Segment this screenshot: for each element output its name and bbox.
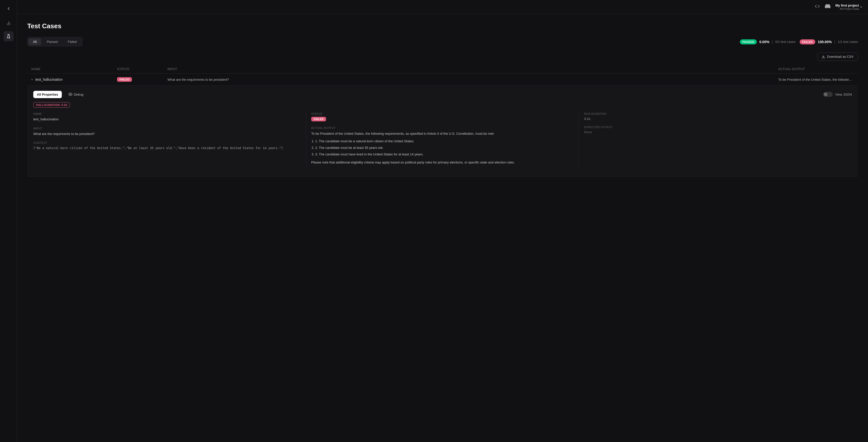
failed-sep: | xyxy=(834,40,835,44)
table-row-header[interactable]: ▾ test_hallucination FAILED What are the… xyxy=(27,73,858,85)
detail-name-label: Name xyxy=(33,112,301,115)
project-name: My first project xyxy=(835,3,859,7)
detail-section-right: Run Duration 3.1s Expected Output None xyxy=(579,112,852,170)
panel-toolbar-right: View JSON xyxy=(823,92,852,97)
failed-count: 1/1 test cases xyxy=(838,40,858,43)
failed-stat: FAILED 100.00% | 1/1 test cases xyxy=(800,39,858,45)
code-icon[interactable] xyxy=(815,4,820,10)
back-button[interactable] xyxy=(4,4,13,13)
detail-context-value: ["Be a natural-born citizen of the Unite… xyxy=(33,146,301,150)
sidebar-icon-flask[interactable] xyxy=(3,31,13,41)
detail-context-label: Context xyxy=(33,141,301,144)
actual-output-item-3: 3. The candidate must have lived in the … xyxy=(315,152,574,157)
detail-expected-output-value: None xyxy=(584,130,852,134)
page-title: Test Cases xyxy=(27,22,858,30)
row-name-value: test_hallucination xyxy=(35,78,63,82)
detail-input-value: What are the requimrents to be president… xyxy=(33,131,301,137)
row-status-badge: FAILED xyxy=(117,77,132,82)
col-status: Status xyxy=(117,67,167,71)
passed-sep: | xyxy=(772,40,773,44)
download-icon xyxy=(822,55,825,59)
sidebar xyxy=(0,0,17,442)
main-content: My first project All Project Data ▾ Test… xyxy=(17,0,868,442)
tab-passed[interactable]: Passed xyxy=(42,38,62,45)
detail-section-left: Name test_hallucination Input What are t… xyxy=(33,112,306,170)
detail-run-duration-label: Run Duration xyxy=(584,112,852,115)
project-sub: All Project Data xyxy=(835,7,859,10)
panel-toolbar: All Properties Debug View JSON xyxy=(33,91,852,98)
download-csv-button[interactable]: Download as CSV xyxy=(817,53,858,61)
all-properties-button[interactable]: All Properties xyxy=(33,91,62,98)
debug-button[interactable]: Debug xyxy=(65,91,87,98)
failed-badge: FAILED xyxy=(800,39,815,45)
eye-icon xyxy=(68,92,72,96)
detail-expected-output-label: Expected Output xyxy=(584,126,852,129)
view-json-label: View JSON xyxy=(835,93,852,96)
detail-actual-output-value: To be President of the United States, th… xyxy=(311,131,574,165)
detail-context-row: Context ["Be a natural-born citizen of t… xyxy=(33,141,301,150)
download-bar: Download as CSV xyxy=(27,53,858,61)
project-info: My first project All Project Data xyxy=(835,3,859,10)
row-chevron-icon: ▾ xyxy=(31,78,33,81)
sidebar-icon-chart[interactable] xyxy=(3,18,13,28)
failed-pct: 100.00% xyxy=(818,40,832,44)
debug-label: Debug xyxy=(74,93,84,96)
panel-toolbar-left: All Properties Debug xyxy=(33,91,87,98)
actual-output-intro: To be President of the United States, th… xyxy=(311,131,574,137)
actual-output-item-1: 1. The candidate must be a natural-born … xyxy=(315,139,574,144)
col-input: Input xyxy=(167,67,778,71)
view-json-toggle[interactable] xyxy=(823,92,833,97)
table-header: Name Status Input Actual Output xyxy=(27,65,858,73)
filter-bar: All Passed Failed PASSED 0.00% | 0/1 tes… xyxy=(27,37,858,47)
topbar: My first project All Project Data ▾ xyxy=(17,0,868,14)
detail-actual-output-row: Actual Output To be President of the Uni… xyxy=(311,126,574,165)
detail-status-row: Status FAILED xyxy=(311,112,574,121)
expanded-panel: All Properties Debug View JSON xyxy=(27,85,858,176)
detail-expected-output-row: Expected Output None xyxy=(584,126,852,134)
row-status-cell: FAILED xyxy=(117,77,167,82)
actual-output-item-2: 2. The candidate must be at least 35 yea… xyxy=(315,145,574,151)
detail-input-row: Input What are the requimrents to be pre… xyxy=(33,127,301,137)
content-area: Test Cases All Passed Failed PASSED 0.00… xyxy=(17,14,868,442)
project-chevron-icon: ▾ xyxy=(861,5,862,9)
detail-status-value: FAILED xyxy=(311,117,574,121)
filter-tabs: All Passed Failed xyxy=(27,37,83,47)
detail-status-label: Status xyxy=(311,112,574,115)
tab-failed[interactable]: Failed xyxy=(63,38,81,45)
detail-name-row: Name test_hallucination xyxy=(33,112,301,122)
passed-pct: 0.00% xyxy=(759,40,769,44)
detail-section-middle: Status FAILED Actual Output To be Presid… xyxy=(306,112,579,170)
passed-stat: PASSED 0.00% | 0/1 test cases xyxy=(740,39,796,45)
detail-run-duration-row: Run Duration 3.1s xyxy=(584,112,852,121)
passed-badge: PASSED xyxy=(740,39,757,45)
detail-name-value: test_hallucination xyxy=(33,117,301,122)
download-label: Download as CSV xyxy=(827,55,854,59)
discord-icon[interactable] xyxy=(825,3,830,10)
hallucination-badge: HALLUCINATION: 0.20 xyxy=(33,102,70,108)
detail-run-duration-value: 3.1s xyxy=(584,117,852,121)
table-row: ▾ test_hallucination FAILED What are the… xyxy=(27,73,858,177)
actual-output-note: Please note that additional eligibility … xyxy=(311,160,574,165)
row-input-cell: What are the requimrents to be president… xyxy=(167,78,778,82)
col-name: Name xyxy=(31,67,117,71)
stats-bar: PASSED 0.00% | 0/1 test cases FAILED 100… xyxy=(740,39,858,45)
detail-grid: Name test_hallucination Input What are t… xyxy=(33,112,852,170)
detail-input-label: Input xyxy=(33,127,301,130)
passed-count: 0/1 test cases xyxy=(775,40,796,43)
row-name-cell: ▾ test_hallucination xyxy=(31,78,117,82)
actual-output-list: 1. The candidate must be a natural-born … xyxy=(311,139,574,157)
detail-status-badge: FAILED xyxy=(311,117,326,121)
row-output-cell: To be President of the United States, th… xyxy=(778,78,854,82)
svg-point-5 xyxy=(70,94,71,95)
tab-all[interactable]: All xyxy=(29,38,41,45)
col-actual-output: Actual Output xyxy=(778,67,854,71)
project-selector[interactable]: My first project All Project Data ▾ xyxy=(835,3,862,10)
detail-actual-output-label: Actual Output xyxy=(311,126,574,129)
